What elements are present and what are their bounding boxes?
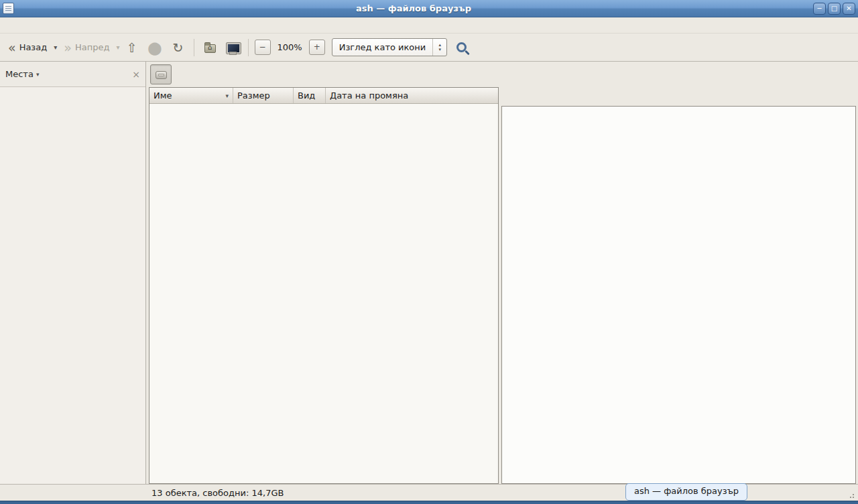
chevron-down-icon[interactable]: ▾ bbox=[36, 71, 40, 78]
menu-bar bbox=[0, 17, 858, 34]
status-text: 13 обекта, свободни: 14,7GB bbox=[151, 488, 284, 498]
reload-button[interactable]: ↻ bbox=[169, 39, 188, 56]
search-icon[interactable] bbox=[456, 42, 467, 52]
forward-label: Напред bbox=[75, 42, 109, 52]
list-pane: Име ▾ Размер Вид Дата на промяна bbox=[146, 62, 501, 484]
close-icon[interactable]: ✕ bbox=[843, 3, 855, 15]
taskbar-tooltip: ash — файлов браузър bbox=[625, 483, 747, 501]
bottom-panel-edge bbox=[0, 501, 858, 504]
view-mode-value: Изглед като икони bbox=[332, 42, 433, 52]
column-header-date[interactable]: Дата на промяна bbox=[326, 88, 498, 103]
main-area: Места ▾ × Име ▾ Размер Вид bbox=[0, 62, 858, 484]
desktop-screen: ash — файлов браузър ─ □ ✕ « Назад ▾ » Н… bbox=[0, 0, 858, 504]
computer-icon bbox=[227, 42, 238, 53]
forward-button[interactable]: » Напред bbox=[60, 39, 113, 56]
drive-icon bbox=[156, 71, 167, 79]
window-icon bbox=[3, 3, 14, 14]
reload-icon: ↻ bbox=[173, 42, 184, 54]
column-header-type[interactable]: Вид bbox=[294, 88, 326, 103]
back-label: Назад bbox=[19, 42, 48, 52]
title-bar: ash — файлов браузър ─ □ ✕ bbox=[0, 0, 858, 17]
chevron-updown-icon: ▴▾ bbox=[433, 43, 446, 52]
stop-button[interactable]: ⬤ bbox=[143, 39, 166, 56]
window-title: ash — файлов браузър bbox=[14, 3, 813, 13]
icon-pane bbox=[501, 62, 858, 484]
sidebar-close-icon[interactable]: × bbox=[132, 69, 140, 80]
toolbar-separator bbox=[194, 39, 194, 56]
zoom-level: 100% bbox=[273, 42, 306, 52]
forward-history-dropdown[interactable]: ▾ bbox=[116, 44, 119, 51]
zoom-in-button[interactable]: + bbox=[309, 40, 325, 55]
sort-indicator-icon: ▾ bbox=[225, 92, 229, 99]
filesystem-root-button[interactable] bbox=[150, 64, 172, 84]
view-mode-select[interactable]: Изглед като икони ▴▾ bbox=[332, 38, 448, 56]
stop-icon: ⬤ bbox=[147, 42, 162, 54]
up-button[interactable]: ⇧ bbox=[122, 39, 141, 56]
column-name-label: Име bbox=[154, 90, 172, 101]
toolbar: « Назад ▾ » Напред ▾ ⇧ ⬤ ↻ − 100% + Изгл… bbox=[0, 34, 858, 62]
maximize-icon[interactable]: □ bbox=[828, 3, 841, 15]
list-header: Име ▾ Размер Вид Дата на промяна bbox=[149, 88, 498, 104]
path-bar bbox=[501, 62, 858, 87]
icon-view bbox=[501, 106, 856, 484]
file-list-view: Име ▾ Размер Вид Дата на промяна bbox=[149, 87, 499, 484]
tab-bar bbox=[501, 87, 858, 106]
sidebar-list bbox=[0, 86, 145, 484]
list-pane-pathbar bbox=[146, 62, 499, 87]
back-history-dropdown[interactable]: ▾ bbox=[54, 44, 57, 51]
home-icon bbox=[204, 44, 216, 53]
up-icon: ⇧ bbox=[126, 42, 137, 54]
back-icon: « bbox=[8, 42, 16, 54]
home-button[interactable] bbox=[200, 40, 220, 56]
back-button[interactable]: « Назад bbox=[4, 39, 51, 56]
toolbar-separator bbox=[248, 39, 249, 56]
forward-icon: » bbox=[64, 42, 72, 54]
computer-button[interactable] bbox=[223, 40, 242, 56]
resize-grip[interactable] bbox=[849, 492, 856, 499]
sidebar-header: Места ▾ × bbox=[0, 62, 145, 86]
list-body bbox=[149, 104, 498, 483]
column-header-name[interactable]: Име ▾ bbox=[149, 88, 233, 103]
zoom-out-button[interactable]: − bbox=[255, 40, 271, 55]
sidebar-title[interactable]: Места bbox=[5, 69, 34, 79]
places-sidebar: Места ▾ × bbox=[0, 62, 146, 484]
column-header-size[interactable]: Размер bbox=[233, 88, 294, 103]
minimize-icon[interactable]: ─ bbox=[813, 3, 826, 15]
